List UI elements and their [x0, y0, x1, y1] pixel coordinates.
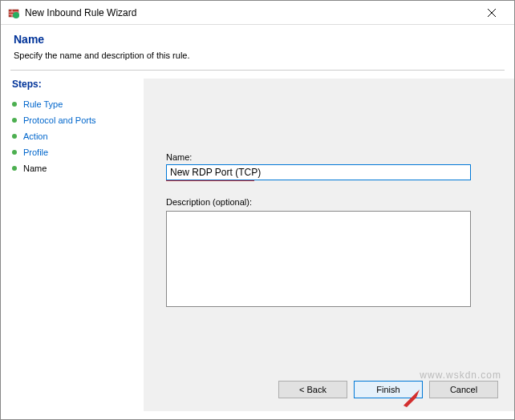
- bullet-icon: [12, 118, 17, 123]
- button-row: < Back Finish Cancel: [278, 381, 498, 398]
- window-title: New Inbound Rule Wizard: [25, 7, 476, 18]
- step-action[interactable]: Action: [12, 128, 132, 144]
- main-panel: Name: Description (optional): www.wskdn.…: [144, 79, 514, 411]
- cancel-button[interactable]: Cancel: [429, 381, 498, 398]
- step-label: Rule Type: [23, 99, 63, 109]
- back-button[interactable]: < Back: [278, 381, 347, 398]
- close-icon: [488, 9, 496, 17]
- firewall-icon: [7, 6, 20, 19]
- name-label: Name:: [166, 152, 492, 162]
- page-title: Name: [14, 33, 501, 46]
- step-label: Profile: [23, 147, 48, 157]
- bullet-icon: [12, 134, 17, 139]
- finish-button[interactable]: Finish: [354, 381, 423, 398]
- bullet-icon: [12, 166, 17, 171]
- close-button[interactable]: [476, 2, 508, 24]
- steps-title: Steps:: [12, 79, 132, 90]
- content-area: Steps: Rule Type Protocol and Ports Acti…: [1, 79, 514, 383]
- bullet-icon: [12, 150, 17, 155]
- watermark: www.wskdn.com: [420, 370, 501, 381]
- description-textarea[interactable]: [166, 211, 471, 307]
- step-profile[interactable]: Profile: [12, 144, 132, 160]
- titlebar: New Inbound Rule Wizard: [1, 1, 514, 25]
- divider: [10, 70, 505, 71]
- step-label: Action: [23, 131, 48, 141]
- page-description: Specify the name and description of this…: [14, 50, 501, 60]
- step-protocol-ports[interactable]: Protocol and Ports: [12, 112, 132, 128]
- description-label: Description (optional):: [166, 197, 492, 207]
- svg-point-7: [13, 12, 19, 18]
- steps-list: Rule Type Protocol and Ports Action Prof…: [12, 96, 132, 176]
- wizard-header: Name Specify the name and description of…: [1, 25, 514, 70]
- step-name: Name: [12, 160, 132, 176]
- step-label: Name: [23, 164, 47, 173]
- bullet-icon: [12, 102, 17, 107]
- step-label: Protocol and Ports: [23, 115, 96, 125]
- steps-sidebar: Steps: Rule Type Protocol and Ports Acti…: [1, 79, 144, 383]
- step-rule-type[interactable]: Rule Type: [12, 96, 132, 112]
- name-input[interactable]: [166, 164, 471, 180]
